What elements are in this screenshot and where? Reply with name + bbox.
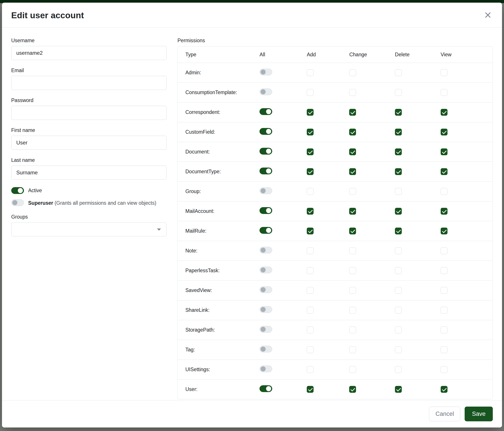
permission-change-checkbox-storagepath[interactable] bbox=[349, 327, 356, 333]
active-toggle[interactable] bbox=[11, 187, 24, 194]
permission-all-toggle-user[interactable] bbox=[260, 385, 272, 392]
permission-view-checkbox-group[interactable] bbox=[441, 188, 448, 195]
permission-change-checkbox-documenttype[interactable] bbox=[349, 168, 356, 175]
permission-view-checkbox-uisettings[interactable] bbox=[441, 366, 448, 373]
save-button[interactable]: Save bbox=[465, 407, 493, 421]
permission-change-checkbox-customfield[interactable] bbox=[349, 129, 356, 135]
permission-change-checkbox-paperlesstask[interactable] bbox=[349, 267, 356, 274]
permission-view-checkbox-paperlesstask[interactable] bbox=[441, 267, 448, 274]
permission-all-toggle-tag[interactable] bbox=[260, 346, 272, 352]
permission-delete-checkbox-correspondent[interactable] bbox=[395, 109, 402, 116]
permission-add-checkbox-sharelink[interactable] bbox=[307, 307, 314, 314]
permission-delete-checkbox-savedview[interactable] bbox=[395, 287, 402, 294]
password-field[interactable] bbox=[11, 106, 166, 120]
permission-add-checkbox-user[interactable] bbox=[307, 386, 314, 393]
permission-all-toggle-consumptiontemplate[interactable] bbox=[260, 88, 272, 95]
permission-all-toggle-group[interactable] bbox=[260, 187, 272, 194]
permission-delete-checkbox-user[interactable] bbox=[395, 386, 402, 393]
cancel-button[interactable]: Cancel bbox=[429, 407, 460, 421]
permission-all-toggle-savedview[interactable] bbox=[260, 286, 272, 293]
permission-all-toggle-admin[interactable] bbox=[260, 69, 272, 75]
permission-all-toggle-documenttype[interactable] bbox=[260, 168, 272, 174]
permission-add-checkbox-documenttype[interactable] bbox=[307, 168, 314, 175]
permission-delete-checkbox-customfield[interactable] bbox=[395, 129, 402, 135]
permission-change-checkbox-consumptiontemplate[interactable] bbox=[349, 89, 356, 96]
permission-change-checkbox-admin[interactable] bbox=[349, 69, 356, 76]
permission-add-checkbox-tag[interactable] bbox=[307, 346, 314, 353]
superuser-toggle-row: Superuser (Grants all permissions and ca… bbox=[11, 199, 166, 207]
permission-delete-checkbox-paperlesstask[interactable] bbox=[395, 267, 402, 274]
active-label: Active bbox=[28, 188, 42, 194]
permission-delete-checkbox-sharelink[interactable] bbox=[395, 307, 402, 314]
permission-add-checkbox-savedview[interactable] bbox=[307, 287, 314, 294]
permission-change-checkbox-document[interactable] bbox=[349, 148, 356, 155]
permission-view-checkbox-mailrule[interactable] bbox=[441, 228, 448, 234]
permission-delete-checkbox-document[interactable] bbox=[395, 148, 402, 155]
permission-all-toggle-mailaccount[interactable] bbox=[260, 207, 272, 214]
permission-change-checkbox-group[interactable] bbox=[349, 188, 356, 195]
permission-view-checkbox-documenttype[interactable] bbox=[441, 168, 448, 175]
permission-delete-checkbox-uisettings[interactable] bbox=[395, 366, 402, 373]
permission-view-checkbox-customfield[interactable] bbox=[441, 129, 448, 135]
permission-change-checkbox-note[interactable] bbox=[349, 247, 356, 254]
permission-change-checkbox-tag[interactable] bbox=[349, 346, 356, 353]
permission-view-checkbox-storagepath[interactable] bbox=[441, 327, 448, 333]
permission-add-checkbox-consumptiontemplate[interactable] bbox=[307, 89, 314, 96]
last-name-input[interactable] bbox=[11, 166, 166, 180]
permission-all-toggle-uisettings[interactable] bbox=[260, 366, 272, 372]
permission-delete-checkbox-storagepath[interactable] bbox=[395, 327, 402, 333]
first-name-label: First name bbox=[11, 127, 166, 133]
permission-add-checkbox-document[interactable] bbox=[307, 148, 314, 155]
permission-change-checkbox-uisettings[interactable] bbox=[349, 366, 356, 373]
permission-view-checkbox-mailaccount[interactable] bbox=[441, 208, 448, 215]
permission-view-checkbox-correspondent[interactable] bbox=[441, 109, 448, 116]
permission-add-checkbox-note[interactable] bbox=[307, 247, 314, 254]
permission-all-toggle-sharelink[interactable] bbox=[260, 306, 272, 313]
permission-delete-checkbox-documenttype[interactable] bbox=[395, 168, 402, 175]
permission-delete-checkbox-mailaccount[interactable] bbox=[395, 208, 402, 215]
permission-view-checkbox-sharelink[interactable] bbox=[441, 307, 448, 314]
permission-all-toggle-mailrule[interactable] bbox=[260, 227, 272, 234]
permission-view-checkbox-savedview[interactable] bbox=[441, 287, 448, 294]
permission-all-toggle-note[interactable] bbox=[260, 247, 272, 253]
permission-view-checkbox-consumptiontemplate[interactable] bbox=[441, 89, 448, 96]
permission-view-checkbox-admin[interactable] bbox=[441, 69, 448, 76]
permissions-table: Type All Add Change Delete View Admin:Co… bbox=[178, 47, 493, 399]
permission-change-checkbox-mailaccount[interactable] bbox=[349, 208, 356, 215]
permission-add-checkbox-customfield[interactable] bbox=[307, 129, 314, 135]
permission-delete-checkbox-note[interactable] bbox=[395, 247, 402, 254]
email-field[interactable] bbox=[11, 76, 166, 90]
permission-add-checkbox-admin[interactable] bbox=[307, 69, 314, 76]
close-icon[interactable]: × bbox=[483, 10, 493, 19]
permission-delete-checkbox-group[interactable] bbox=[395, 188, 402, 195]
permission-all-toggle-customfield[interactable] bbox=[260, 128, 272, 135]
permission-all-toggle-correspondent[interactable] bbox=[260, 108, 272, 115]
permission-delete-checkbox-mailrule[interactable] bbox=[395, 228, 402, 234]
permission-delete-checkbox-admin[interactable] bbox=[395, 69, 402, 76]
permission-delete-checkbox-consumptiontemplate[interactable] bbox=[395, 89, 402, 96]
permission-change-checkbox-mailrule[interactable] bbox=[349, 228, 356, 234]
permission-view-checkbox-document[interactable] bbox=[441, 148, 448, 155]
superuser-toggle[interactable] bbox=[11, 199, 24, 206]
permission-change-checkbox-user[interactable] bbox=[349, 386, 356, 393]
permission-all-toggle-document[interactable] bbox=[260, 148, 272, 155]
permission-view-checkbox-note[interactable] bbox=[441, 247, 448, 254]
permission-add-checkbox-mailrule[interactable] bbox=[307, 228, 314, 234]
permission-add-checkbox-paperlesstask[interactable] bbox=[307, 267, 314, 274]
permission-change-checkbox-sharelink[interactable] bbox=[349, 307, 356, 314]
groups-select[interactable] bbox=[11, 222, 166, 236]
first-name-input[interactable] bbox=[11, 136, 166, 150]
permission-change-checkbox-correspondent[interactable] bbox=[349, 109, 356, 116]
permission-change-checkbox-savedview[interactable] bbox=[349, 287, 356, 294]
permission-add-checkbox-group[interactable] bbox=[307, 188, 314, 195]
permission-add-checkbox-storagepath[interactable] bbox=[307, 327, 314, 333]
permission-add-checkbox-correspondent[interactable] bbox=[307, 109, 314, 116]
permission-add-checkbox-uisettings[interactable] bbox=[307, 366, 314, 373]
permission-all-toggle-storagepath[interactable] bbox=[260, 326, 272, 333]
permission-view-checkbox-tag[interactable] bbox=[441, 346, 448, 353]
permission-all-toggle-paperlesstask[interactable] bbox=[260, 267, 272, 273]
permission-delete-checkbox-tag[interactable] bbox=[395, 346, 402, 353]
permission-view-checkbox-user[interactable] bbox=[441, 386, 448, 393]
permission-add-checkbox-mailaccount[interactable] bbox=[307, 208, 314, 215]
username-input[interactable] bbox=[11, 46, 166, 60]
